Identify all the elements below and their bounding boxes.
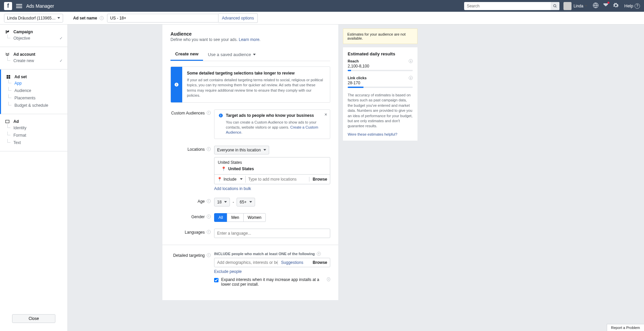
info-icon: i (171, 67, 182, 102)
info-icon[interactable]: i (207, 215, 211, 219)
ad-section: Ad Identity Format Text (0, 114, 67, 151)
clicks-value: 28-170 (348, 81, 413, 85)
pin-icon: 📍 (217, 177, 222, 182)
gender-women-button[interactable]: Women (243, 213, 266, 222)
location-input[interactable] (245, 176, 306, 183)
adset-icon (6, 74, 11, 80)
info-icon[interactable]: i (327, 277, 330, 281)
svg-rect-7 (6, 120, 9, 123)
locations-label: Locations i (170, 146, 214, 191)
reach-value: 2,100-8,100 (348, 64, 413, 68)
custom-audiences-label: Custom Audiences i (170, 109, 214, 139)
chevron-down-icon (224, 201, 227, 203)
sidebar-item-create-new[interactable]: Create new ✓ (0, 57, 67, 64)
campaign-icon (5, 29, 10, 35)
gender-all-button[interactable]: All (214, 213, 227, 222)
info-icon[interactable]: i (207, 253, 211, 257)
browse-targeting-link[interactable]: Browse (309, 260, 327, 265)
info-icon[interactable]: i (207, 111, 211, 115)
info-icon[interactable]: i (207, 147, 211, 151)
sidebar-item-objective[interactable]: Objective ✓ (0, 35, 67, 42)
pin-icon: 📍 (221, 167, 226, 171)
estimates-feedback-link[interactable]: Were these estimates helpful? (348, 132, 397, 136)
chevron-down-icon (263, 149, 266, 151)
sidebar-item-placements[interactable]: Placements (1, 94, 67, 102)
exclude-people-link[interactable]: Exclude people (214, 269, 242, 274)
menu-icon[interactable] (16, 3, 22, 9)
report-problem-link[interactable]: Report a Problem (607, 324, 644, 331)
adset-name-input[interactable] (107, 14, 218, 22)
include-dropdown[interactable]: 📍 Include (217, 177, 243, 182)
info-icon[interactable]: i (207, 230, 211, 234)
settings-icon[interactable] (613, 2, 619, 9)
adset-name-label: Ad set name (73, 16, 97, 20)
clicks-label: Link clicks (348, 76, 366, 80)
info-icon[interactable]: i (100, 16, 104, 20)
left-sidebar: Campaign Objective ✓ Ad account Create n… (0, 25, 68, 331)
languages-label: Languages i (170, 229, 214, 238)
location-item-us[interactable]: 📍 United States (218, 166, 327, 172)
sidebar-item-audience[interactable]: Audience (1, 87, 67, 94)
detailed-targeting-input[interactable] (217, 260, 278, 265)
chevron-down-icon (249, 201, 252, 203)
info-icon[interactable]: i (409, 76, 413, 80)
tab-create-new[interactable]: Create new (170, 48, 203, 61)
age-label: Age i (170, 198, 214, 206)
advanced-options-button[interactable]: Advanced options (218, 13, 257, 23)
browse-locations-link[interactable]: Browse (309, 177, 327, 182)
suggestions-link[interactable]: Suggestions (278, 260, 307, 265)
search-input[interactable] (464, 4, 551, 8)
sidebar-item-identity[interactable]: Identity (0, 124, 67, 132)
notifications-icon[interactable] (603, 2, 609, 9)
chevron-down-icon (253, 54, 256, 55)
svg-rect-5 (7, 77, 8, 79)
help-icon: ? (635, 3, 640, 9)
expand-interests-checkbox[interactable] (214, 278, 218, 282)
account-selector[interactable]: Linda Dräusdorf (11396517272… (4, 14, 63, 22)
info-icon[interactable]: i (207, 199, 211, 203)
audience-card: Audience Define who you want to see your… (162, 25, 338, 300)
facebook-logo[interactable]: f (4, 2, 12, 10)
help-link[interactable]: Help ? (624, 3, 640, 9)
estimates-title: Estimated daily results (348, 51, 413, 56)
user-name: Linda (574, 4, 583, 8)
estimates-disclaimer: The accuracy of estimates is based on fa… (348, 93, 413, 129)
estimates-card: Estimated daily results Reach i 2,100-8,… (343, 47, 417, 141)
learn-more-link[interactable]: Learn more (239, 37, 259, 42)
app-title: Ads Manager (26, 3, 54, 9)
languages-input[interactable] (214, 229, 330, 238)
user-menu[interactable]: Linda (563, 2, 587, 10)
reach-label: Reach (348, 59, 359, 63)
globe-icon[interactable] (593, 2, 599, 9)
sidebar-item-app[interactable]: App (1, 80, 67, 87)
sub-header: Linda Dräusdorf (11396517272… Ad set nam… (0, 12, 644, 25)
search-button[interactable] (551, 2, 559, 10)
detailed-targeting-label: Detailed targeting i (170, 252, 214, 287)
review-banner: i Some detailed targeting selections tak… (170, 66, 330, 103)
age-max-dropdown[interactable]: 65+ (237, 198, 255, 206)
info-icon[interactable]: i (409, 59, 413, 63)
gender-men-button[interactable]: Men (227, 213, 243, 222)
close-icon[interactable]: × (325, 112, 327, 117)
age-min-dropdown[interactable]: 18 (214, 198, 230, 206)
svg-text:i: i (176, 83, 177, 86)
info-icon[interactable]: i (317, 252, 321, 256)
tab-use-saved[interactable]: Use a saved audience (203, 48, 260, 61)
location-list: United States 📍 United States 📍 Include (214, 157, 330, 184)
bulk-locations-link[interactable]: Add locations in bulk (214, 186, 251, 191)
svg-rect-6 (9, 77, 10, 79)
close-button[interactable]: Close (12, 314, 55, 323)
chevron-down-icon (240, 178, 243, 180)
svg-text:i: i (220, 114, 221, 117)
sidebar-item-budget[interactable]: Budget & schedule (1, 102, 67, 109)
search-box (464, 2, 559, 10)
location-scope-dropdown[interactable]: Everyone in this location (214, 146, 269, 154)
sidebar-item-text[interactable]: Text (0, 139, 67, 146)
adset-section: Ad set App Audience Placements Budget & … (0, 69, 67, 114)
adaccount-icon (5, 52, 10, 57)
content-area[interactable]: Audience Define who you want to see your… (68, 25, 644, 331)
svg-rect-4 (9, 75, 10, 77)
info-icon: i (218, 113, 223, 118)
sidebar-item-format[interactable]: Format (0, 132, 67, 139)
svg-point-0 (553, 4, 556, 7)
